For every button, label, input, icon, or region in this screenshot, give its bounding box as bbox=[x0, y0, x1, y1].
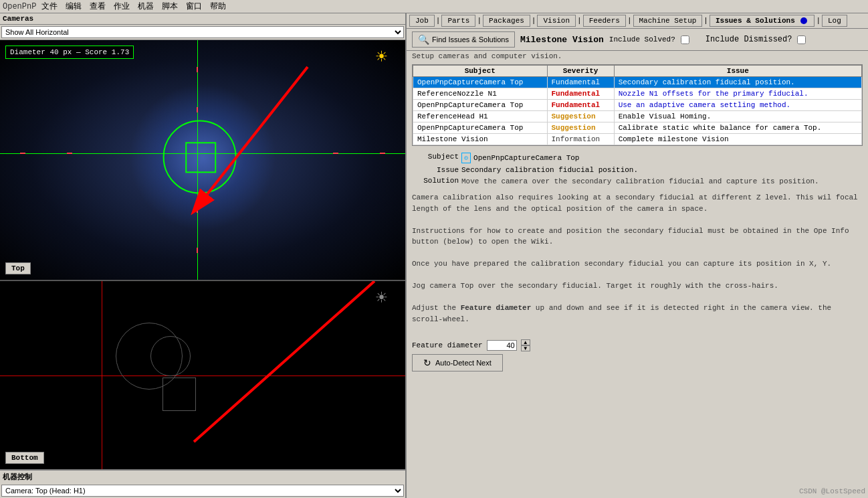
solution-detail: Camera calibration also requires looking… bbox=[412, 189, 863, 337]
tab-vision[interactable]: Vision bbox=[537, 15, 576, 27]
detail-text-2: Instructions for how to create and posit… bbox=[412, 226, 863, 248]
auto-detect-button[interactable]: ↻ Auto-Detect Next bbox=[412, 354, 503, 371]
setup-text: Setup cameras and computer vision. bbox=[407, 51, 868, 62]
tick-h-left2 bbox=[67, 153, 72, 154]
detail-text-4: Jog camera Top over the secondary fiduci… bbox=[412, 280, 863, 292]
camera-select[interactable]: Show All Horizontal bbox=[1, 26, 404, 38]
spinner-buttons: ▲ ▼ bbox=[521, 339, 530, 351]
include-dismissed-checkbox[interactable] bbox=[797, 35, 806, 44]
detail-text-1: Camera calibration also requires looking… bbox=[412, 192, 863, 214]
menu-window[interactable]: 窗口 bbox=[186, 1, 202, 12]
tab-packages[interactable]: Packages bbox=[483, 15, 530, 27]
machine-select[interactable]: Camera: Top (Head: H1) bbox=[1, 485, 404, 497]
red-h-bottom bbox=[0, 376, 405, 376]
table-row[interactable]: OpenPnpCaptureCamera TopFundamentalUse a… bbox=[413, 100, 862, 111]
solution-label: Solution bbox=[412, 177, 459, 185]
issue-label: Issue bbox=[412, 166, 459, 174]
cameras-header: Cameras bbox=[0, 13, 405, 25]
feature-diameter-label: Feature diameter bbox=[412, 341, 483, 349]
red-v-bottom bbox=[102, 281, 102, 469]
cell-subject: ReferenceNozzle N1 bbox=[413, 88, 548, 100]
detail-panel: Subject ⊙ OpenPnpCaptureCamera Top Issue… bbox=[407, 149, 868, 498]
menu-file[interactable]: 文件 bbox=[41, 1, 58, 12]
cell-issue: Nozzle N1 offsets for the primary fiduci… bbox=[614, 88, 861, 100]
tick-h-right bbox=[333, 153, 338, 154]
menu-script[interactable]: 脚本 bbox=[162, 1, 178, 12]
tab-log[interactable]: Log bbox=[822, 15, 847, 27]
menu-job[interactable]: 作业 bbox=[114, 1, 130, 12]
cell-issue: Use an adaptive camera settling method. bbox=[614, 100, 861, 111]
col-subject: Subject bbox=[413, 66, 548, 77]
subject-value-box: ⊙ OpenPnpCaptureCamera Top bbox=[461, 153, 579, 163]
solution-value: Move the camera over the secondary calib… bbox=[461, 177, 863, 187]
feature-diameter-input[interactable] bbox=[487, 340, 517, 351]
cell-severity: Fundamental bbox=[547, 77, 614, 88]
tab-issues-solutions[interactable]: Issues & Solutions bbox=[710, 15, 815, 27]
camera-view-top: ☀ Diameter 40 px — Score 1.73 Top bbox=[0, 40, 405, 280]
tab-job[interactable]: Job bbox=[409, 15, 435, 27]
cell-subject: Milestone Vision bbox=[413, 134, 548, 145]
detection-square bbox=[185, 142, 216, 173]
tick-h-left bbox=[20, 153, 25, 154]
cell-issue: Enable Visual Homing. bbox=[614, 111, 861, 122]
tick-v-bot bbox=[197, 208, 198, 213]
bottom-circle-inner bbox=[150, 336, 191, 376]
cell-severity: Suggestion bbox=[547, 111, 614, 122]
include-dismissed-label: Include Dismissed? bbox=[706, 35, 792, 44]
tab-dot bbox=[800, 17, 807, 24]
subject-label: Subject bbox=[412, 153, 459, 161]
table-row[interactable]: Milestone VisionInformationComplete mile… bbox=[413, 134, 862, 145]
table-row[interactable]: ReferenceHead H1SuggestionEnable Visual … bbox=[413, 111, 862, 122]
tick-v-top bbox=[197, 67, 198, 72]
spinner-down[interactable]: ▼ bbox=[521, 345, 530, 351]
table-row[interactable]: OpenPnpCaptureCamera TopSuggestionCalibr… bbox=[413, 122, 862, 134]
issues-table: Subject Severity Issue OpenPnpCaptureCam… bbox=[413, 65, 862, 145]
cell-issue: Complete milestone Vision bbox=[614, 134, 861, 145]
tab-machine-setup[interactable]: Machine Setup bbox=[633, 15, 703, 27]
cell-issue: Secondary calibration fiducial position. bbox=[614, 77, 861, 88]
cell-subject: OpenPnpCaptureCamera Top bbox=[413, 100, 548, 111]
tick-h-right2 bbox=[380, 153, 385, 154]
sun-icon-bottom: ☀ bbox=[376, 286, 400, 311]
cell-subject: OpenPnpCaptureCamera Top bbox=[413, 122, 548, 134]
detail-text-3: Once you have prepared the calibration s… bbox=[412, 258, 863, 270]
issue-value: Secondary calibration fiducial position. bbox=[461, 166, 863, 174]
search-icon: 🔍 bbox=[418, 34, 429, 45]
menu-edit[interactable]: 编辑 bbox=[66, 1, 82, 12]
cell-subject: ReferenceHead H1 bbox=[413, 111, 548, 122]
menu-machine[interactable]: 机器 bbox=[138, 1, 154, 12]
include-solved-label: Include Solved? bbox=[609, 35, 675, 44]
milestone-title: Milestone Vision bbox=[520, 35, 604, 45]
camera-view-bottom: ☀ Bottom bbox=[0, 281, 405, 469]
menu-help[interactable]: 帮助 bbox=[210, 1, 226, 12]
table-row[interactable]: ReferenceNozzle N1FundamentalNozzle N1 o… bbox=[413, 88, 862, 100]
tick-v-bot2 bbox=[197, 248, 198, 253]
issues-table-container: Subject Severity Issue OpenPnpCaptureCam… bbox=[412, 64, 863, 146]
cell-severity: Suggestion bbox=[547, 122, 614, 134]
subject-value: OpenPnpCaptureCamera Top bbox=[473, 154, 579, 162]
subject-icon: ⊙ bbox=[461, 153, 471, 163]
find-issues-button[interactable]: 🔍 Find Issues & Solutions bbox=[412, 31, 515, 48]
tab-feeders[interactable]: Feeders bbox=[583, 15, 626, 27]
app-title: OpenPnP bbox=[3, 2, 36, 11]
detail-text-6: hen press Accept to capture the position… bbox=[412, 336, 863, 337]
machine-control-header: 机器控制 bbox=[0, 469, 405, 483]
table-row[interactable]: OpenPnpCaptureCamera TopFundamentalSecon… bbox=[413, 77, 862, 88]
cell-severity: Fundamental bbox=[547, 88, 614, 100]
cell-subject: OpenPnpCaptureCamera Top bbox=[413, 77, 548, 88]
sun-icon-top: ☀ bbox=[376, 46, 400, 70]
csdn-watermark: CSDN @LostSpeed bbox=[799, 487, 865, 495]
menu-view[interactable]: 查看 bbox=[90, 1, 106, 12]
include-solved-checkbox[interactable] bbox=[681, 35, 689, 44]
tick-v-top2 bbox=[197, 107, 198, 112]
tab-parts[interactable]: Parts bbox=[441, 15, 475, 27]
detail-text-5: Adjust the Feature diameter up and down … bbox=[412, 303, 863, 325]
bottom-rect bbox=[162, 378, 196, 411]
refresh-icon: ↻ bbox=[423, 357, 431, 368]
col-severity: Severity bbox=[547, 66, 614, 77]
detection-label: Diameter 40 px — Score 1.73 bbox=[5, 46, 134, 59]
col-issue: Issue bbox=[614, 66, 861, 77]
cam-bottom-label: Bottom bbox=[5, 452, 44, 464]
cell-severity: Information bbox=[547, 134, 614, 145]
cam-top-label: Top bbox=[5, 262, 31, 274]
